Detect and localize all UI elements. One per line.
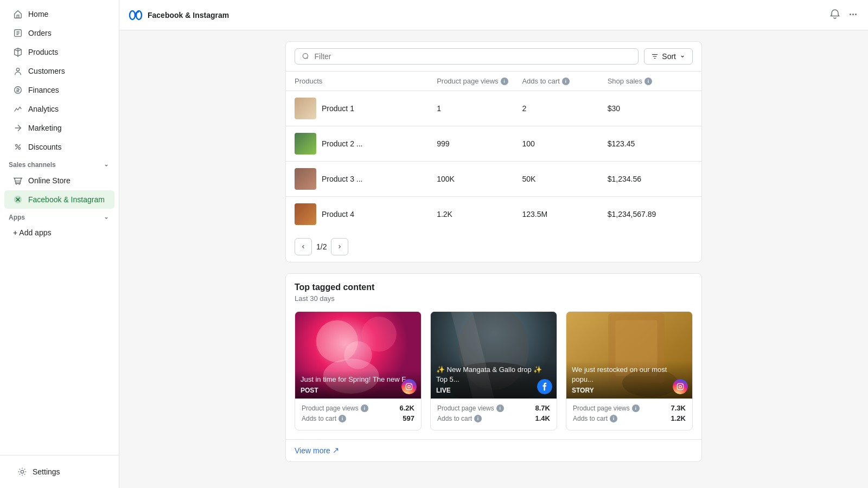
table-row: Product 3 ... 100K 50K $1,234.56 bbox=[286, 162, 701, 197]
table-row: Product 1 1 2 $30 bbox=[286, 91, 701, 126]
adds-to-cart-4: 123.5M bbox=[522, 210, 607, 219]
sidebar-item-orders[interactable]: Orders bbox=[4, 24, 114, 42]
adds-to-cart-info-icon[interactable]: i bbox=[562, 78, 570, 85]
stat-info-icon[interactable]: i bbox=[474, 415, 482, 422]
apps-label: Apps bbox=[9, 214, 25, 221]
sidebar-item-customers[interactable]: Customers bbox=[4, 62, 114, 80]
product-thumb-1 bbox=[295, 98, 316, 119]
topbar-actions: ··· bbox=[827, 7, 859, 23]
sidebar-item-marketing[interactable]: Marketing bbox=[4, 119, 114, 137]
page-views-4: 1.2K bbox=[437, 210, 522, 219]
product-cell-4: Product 4 bbox=[295, 203, 437, 225]
stat-row-1-cart: Adds to cart i 597 bbox=[302, 414, 414, 422]
sidebar-item-finances[interactable]: Finances bbox=[4, 81, 114, 99]
svg-point-8 bbox=[21, 470, 23, 473]
sidebar-item-analytics[interactable]: Analytics bbox=[4, 100, 114, 118]
ig-svg-3 bbox=[676, 382, 685, 391]
svg-point-3 bbox=[16, 145, 18, 147]
product-thumb-4 bbox=[295, 203, 316, 225]
product-cell-3: Product 3 ... bbox=[295, 168, 437, 190]
stat-row-1-pageviews: Product page views i 6.2K bbox=[302, 404, 414, 412]
content-image-1: Just in time for Spring! The new F... PO… bbox=[295, 312, 421, 399]
filter-input[interactable] bbox=[314, 52, 631, 61]
sidebar-item-fb-ig[interactable]: Facebook & Instagram bbox=[4, 190, 114, 209]
stat-value-1-cart: 597 bbox=[403, 414, 414, 422]
top-tagged-content-card: Top tagged content Last 30 days bbox=[285, 273, 702, 462]
facebook-icon-2 bbox=[537, 379, 552, 394]
product-thumb-3 bbox=[295, 168, 316, 190]
stat-info-icon[interactable]: i bbox=[496, 404, 504, 412]
chevron-right-icon bbox=[336, 243, 343, 251]
meta-logo-icon bbox=[128, 8, 143, 23]
sidebar-item-discounts[interactable]: Discounts bbox=[4, 138, 114, 156]
content-type-3: STORY bbox=[572, 387, 687, 394]
sales-channels-section: Sales channels bbox=[0, 157, 119, 171]
products-icon bbox=[13, 47, 23, 57]
marketing-icon bbox=[13, 123, 23, 133]
table-row: Product 4 1.2K 123.5M $1,234,567.89 bbox=[286, 197, 701, 232]
shop-sales-info-icon[interactable]: i bbox=[644, 78, 652, 85]
content-platform-icon-1 bbox=[401, 379, 417, 394]
sidebar-item-settings[interactable]: Settings bbox=[9, 463, 110, 481]
col-header-adds-to-cart: Adds to cart i bbox=[522, 77, 607, 85]
shop-sales-3: $1,234.56 bbox=[608, 175, 693, 183]
stat-value-3-pageviews: 7.3K bbox=[671, 404, 686, 412]
stat-label-1-pageviews: Product page views i bbox=[302, 404, 368, 412]
product-cell-2: Product 2 ... bbox=[295, 133, 437, 155]
product-thumb-2 bbox=[295, 133, 316, 155]
stat-info-icon[interactable]: i bbox=[610, 415, 617, 422]
top-tagged-content-section: Top tagged content Last 30 days bbox=[286, 274, 701, 439]
more-button[interactable]: ··· bbox=[847, 7, 859, 23]
content-overlay-3: We just restocked on our most popu... ST… bbox=[566, 361, 692, 399]
sidebar-item-online-store[interactable]: Online Store bbox=[4, 171, 114, 190]
instagram-icon-1 bbox=[401, 379, 417, 394]
content-stats-1: Product page views i 6.2K Adds to cart i bbox=[295, 399, 421, 430]
sidebar-item-home[interactable]: Home bbox=[4, 5, 114, 23]
sidebar-footer: Settings bbox=[0, 455, 119, 488]
stat-label-3-cart: Adds to cart i bbox=[573, 415, 617, 422]
sidebar-nav: Home Orders Products bbox=[0, 0, 119, 455]
prev-page-button[interactable] bbox=[295, 238, 312, 255]
sidebar-item-products[interactable]: Products bbox=[4, 43, 114, 61]
next-page-button[interactable] bbox=[331, 238, 348, 255]
svg-point-1 bbox=[16, 68, 19, 71]
products-performance-card: Sort Products Product page views bbox=[285, 41, 702, 262]
external-link-icon bbox=[333, 447, 339, 454]
view-more-label: View more bbox=[295, 446, 330, 455]
sort-icon bbox=[651, 53, 659, 60]
stat-value-2-cart: 1.4K bbox=[535, 414, 550, 422]
sidebar-item-add-apps[interactable]: + Add apps bbox=[4, 224, 114, 241]
adds-to-cart-3: 50K bbox=[522, 175, 607, 183]
stat-info-icon[interactable]: i bbox=[339, 415, 346, 422]
view-more-link[interactable]: View more bbox=[286, 439, 701, 461]
more-label: ··· bbox=[849, 9, 857, 20]
content-text-1: Just in time for Spring! The new F... bbox=[301, 375, 416, 384]
product-name-3: Product 3 ... bbox=[322, 175, 362, 183]
ig-svg-1 bbox=[405, 382, 413, 391]
main-inner: Sort Products Product page views bbox=[277, 30, 711, 484]
topbar: Facebook & Instagram ··· bbox=[119, 0, 868, 30]
filter-input-wrapper[interactable] bbox=[295, 48, 639, 65]
stat-label-1-cart: Adds to cart i bbox=[302, 415, 346, 422]
product-name-2: Product 2 ... bbox=[322, 139, 362, 148]
sort-button[interactable]: Sort bbox=[644, 48, 693, 65]
discounts-icon bbox=[13, 142, 23, 152]
stat-row-2-pageviews: Product page views i 8.7K bbox=[437, 404, 550, 412]
notification-button[interactable] bbox=[827, 7, 843, 23]
sidebar-item-settings-label: Settings bbox=[33, 467, 60, 476]
instagram-icon-3 bbox=[673, 379, 688, 394]
product-cell-1: Product 1 bbox=[295, 98, 437, 119]
content-text-3: We just restocked on our most popu... bbox=[572, 365, 687, 384]
stat-info-icon[interactable]: i bbox=[632, 404, 640, 412]
svg-point-18 bbox=[408, 386, 411, 388]
shop-sales-2: $123.45 bbox=[608, 139, 693, 148]
svg-point-30 bbox=[682, 384, 682, 385]
section-subtitle: Last 30 days bbox=[295, 294, 693, 303]
adds-to-cart-2: 100 bbox=[522, 139, 607, 148]
col-header-products: Products bbox=[295, 77, 437, 85]
sidebar-item-online-store-label: Online Store bbox=[28, 176, 71, 185]
sidebar-item-finances-label: Finances bbox=[28, 86, 59, 94]
page-views-info-icon[interactable]: i bbox=[501, 78, 508, 85]
sort-label: Sort bbox=[662, 52, 676, 61]
stat-info-icon[interactable]: i bbox=[361, 404, 368, 412]
